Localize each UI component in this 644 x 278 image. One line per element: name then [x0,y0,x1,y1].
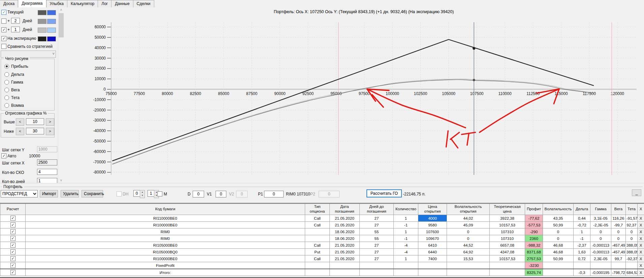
row-calc-checkbox[interactable]: ✓ [10,263,15,268]
range-below-decrease-button[interactable]: < [16,128,24,135]
cell-open[interactable]: 4000 [418,215,447,222]
color-swatch[interactable] [47,36,56,41]
draw-option-Вега[interactable]: Вега [1,87,52,93]
days-offset-input[interactable] [11,27,20,32]
dh-checkbox[interactable] [117,191,122,196]
color-swatch[interactable] [38,36,46,41]
row-calc-checkbox[interactable]: ✓ [10,229,15,234]
draw-option-Гамма[interactable]: Гамма [1,80,52,85]
range-below-increase-button[interactable]: > [46,128,54,135]
days-offset-input[interactable] [11,18,20,24]
row-calc-checkbox[interactable]: ✓ [10,236,15,241]
color-swatch[interactable] [47,28,56,33]
color-swatch[interactable] [38,10,46,15]
range-below-input[interactable] [26,128,44,134]
color-swatch[interactable] [38,19,46,24]
column-header[interactable]: Дельта [574,204,590,215]
column-header[interactable]: Цена открытия [418,204,447,215]
calc-go-button[interactable]: Рассчитать ГО [366,189,402,197]
range-above-decrease-button[interactable]: < [16,118,24,126]
row-calc-checkbox[interactable]: ✓ [10,243,15,248]
row-delete-button[interactable]: X [638,235,644,242]
range-above-input[interactable] [26,118,44,125]
column-header[interactable]: Теоретическая цена [490,204,525,215]
dh-spinner-1-input[interactable] [133,190,140,197]
tab-Улыбка[interactable]: Улыбка [46,0,68,7]
cell-open[interactable]: 7400 [418,255,447,262]
row-delete-button[interactable]: X [638,222,644,228]
tab-Диаграмма[interactable]: Диаграмма [18,0,46,7]
column-header[interactable]: Волатильность открытия [447,204,490,215]
range-above-increase-button[interactable]: > [46,118,54,126]
draw-option-Дельта[interactable]: Дельта [1,72,52,78]
row-delete-button[interactable]: X [638,249,644,255]
radio-icon[interactable] [4,80,9,85]
tab-Данные[interactable]: Данные [111,0,133,7]
dh-spinner-1[interactable]: ▴▾ [133,190,145,197]
radio-icon[interactable] [4,64,9,69]
color-swatch[interactable] [47,10,56,15]
radio-icon[interactable] [4,88,9,92]
m-checkbox[interactable] [157,191,162,196]
cell-open[interactable]: 9580 [418,222,447,228]
radio-icon[interactable] [4,72,9,77]
cell-open[interactable]: 6440 [418,249,447,255]
spinner-arrows-icon[interactable]: ▴▾ [140,190,145,198]
column-header[interactable]: Дата погашения [330,204,360,215]
scroll-up-icon[interactable]: ˄ [58,7,64,13]
column-header[interactable]: Гамма [590,204,611,215]
tab-Сделки[interactable]: Сделки [133,0,154,7]
compare-strategy-checkbox[interactable] [1,44,6,49]
column-header[interactable]: Вега [611,204,626,215]
p1-input[interactable] [264,191,284,197]
draw-option-Прибыль[interactable]: Прибыль [1,64,52,69]
curve-visible-checkbox[interactable] [1,19,6,24]
row-calc-checkbox[interactable]: ✓ [10,216,15,221]
column-header[interactable]: Расчет [0,204,26,215]
curve-visible-checkbox[interactable]: ✓ [1,36,6,41]
column-header[interactable]: Тип опциона [305,204,330,215]
auto-grid-checkbox[interactable]: ✓ [1,153,6,158]
row-delete-button[interactable]: X [638,215,644,222]
cell-open[interactable]: 6410 [418,242,447,249]
minimize-panel-button[interactable]: _ [632,189,641,196]
payoff-chart[interactable]: 6000050000400003000020000100000-10000-20… [64,7,644,183]
row-delete-button[interactable]: X [638,255,644,262]
scrollbar-thumb[interactable] [59,13,64,37]
color-swatch[interactable] [47,19,56,24]
curve-visible-checkbox[interactable]: ✓ [1,10,6,15]
row-calc-checkbox[interactable]: ✓ [10,249,15,254]
save-button[interactable]: Сохранить [82,190,103,197]
cell-open[interactable] [418,262,447,269]
column-header[interactable]: Волатильность [543,204,574,215]
tab-Калькулятор[interactable]: Калькулятор [67,0,98,7]
column-header[interactable]: Код бумаги [26,204,305,215]
radio-icon[interactable] [4,103,9,108]
v1-input[interactable] [216,191,226,197]
cell-open[interactable] [418,269,447,276]
cell-open[interactable]: 109670 [418,235,447,242]
row-delete-button[interactable]: X [638,228,644,235]
d-input[interactable] [193,191,204,197]
dh-spinner-2-input[interactable] [148,190,154,197]
column-header[interactable]: X [638,204,644,215]
radio-icon[interactable] [4,95,9,100]
tab-Лог[interactable]: Лог [98,0,111,7]
row-calc-checkbox[interactable]: ✓ [10,222,15,227]
column-header[interactable]: Тета [626,204,638,215]
draw-option-Тета[interactable]: Тета [1,95,52,101]
delete-button[interactable]: Удалить [61,190,79,197]
color-swatch[interactable] [38,28,46,33]
portfolio-select[interactable]: ПРОДСТРЕД [1,190,38,197]
column-header[interactable]: Профит [525,204,543,215]
draw-option-Вомма[interactable]: Вомма [1,103,52,109]
tab-Доска[interactable]: Доска [0,0,18,7]
row-delete-button[interactable]: X [638,262,644,269]
column-header[interactable]: Количество [394,204,418,215]
column-header[interactable]: Дней до погашения [360,204,394,215]
cell-open[interactable]: 107600 [418,228,447,235]
sidebar-scrollbar[interactable]: ˄ ˅ [58,7,64,184]
import-button[interactable]: Импорт [40,190,58,197]
row-delete-button[interactable]: X [638,242,644,249]
row-delete-button[interactable]: X [638,269,644,276]
